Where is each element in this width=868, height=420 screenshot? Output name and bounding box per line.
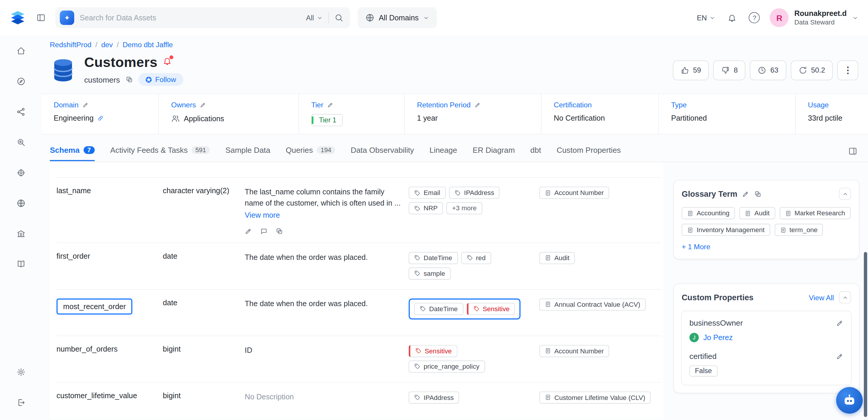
copy-icon[interactable] — [754, 190, 762, 197]
chat-assistant-button[interactable] — [836, 387, 863, 414]
column-name[interactable]: customer_lifetime_value — [57, 391, 163, 400]
follow-button[interactable]: ✪ Follow — [138, 73, 183, 86]
edit-icon[interactable] — [742, 190, 749, 197]
tab-custom-properties[interactable]: Custom Properties — [557, 146, 621, 161]
language-dropdown[interactable]: EN — [697, 13, 716, 22]
sidebar-toggle-icon[interactable] — [34, 11, 48, 25]
highlight-box: most_recent_order — [57, 298, 133, 314]
all-domains-dropdown[interactable]: All Domains — [358, 7, 437, 28]
tab-lineage[interactable]: Lineage — [429, 146, 457, 161]
copy-icon — [276, 228, 283, 235]
tag-pill[interactable]: price_range_policy — [409, 360, 485, 372]
collapse-side-panel-button[interactable] — [846, 145, 860, 162]
column-name[interactable]: number_of_orders — [57, 345, 163, 353]
tab-data-observability[interactable]: Data Observability — [351, 146, 414, 161]
glossary-term-pill[interactable]: Audit — [739, 207, 775, 219]
tab-sample-data[interactable]: Sample Data — [225, 146, 270, 161]
sensitive-tag-pill[interactable]: Sensitive — [409, 345, 458, 357]
nav-domains[interactable] — [13, 196, 29, 211]
search-input[interactable] — [80, 13, 300, 22]
nav-home[interactable] — [13, 43, 29, 59]
edit-icon[interactable] — [327, 102, 333, 108]
nav-incident-manager[interactable] — [13, 165, 29, 181]
breadcrumb-item-database[interactable]: dev — [101, 40, 113, 49]
column-name[interactable]: most_recent_order — [57, 298, 163, 314]
more-glossary-terms-link[interactable]: + 1 More — [674, 240, 859, 259]
page-scrollbar[interactable] — [864, 252, 867, 417]
nav-explore[interactable] — [13, 74, 29, 89]
tab-er-diagram[interactable]: ER Diagram — [472, 146, 515, 161]
table-row: number_of_orders bigint ID Sensitive pri… — [57, 336, 661, 383]
glossary-term-pill[interactable]: Account Number — [539, 345, 609, 357]
property-value-link[interactable]: Jo Perez — [703, 333, 733, 341]
nav-observability[interactable] — [13, 134, 29, 150]
notifications-button[interactable] — [725, 11, 739, 25]
search-scope-label: All — [306, 13, 314, 22]
copy-button[interactable] — [276, 228, 283, 235]
column-name[interactable]: last_name — [57, 187, 163, 195]
alert-bell-button[interactable] — [163, 56, 172, 65]
nav-platform-lineage[interactable] — [13, 104, 29, 120]
edit-description-button[interactable] — [245, 228, 252, 235]
column-type: bigint — [163, 391, 245, 400]
upvote-button[interactable]: 59 — [673, 60, 709, 80]
logout-icon — [16, 398, 25, 407]
column-type: bigint — [163, 345, 245, 353]
entity-name: customers — [84, 75, 120, 84]
glossary-term-pill[interactable]: Inventory Management — [682, 224, 770, 236]
downvote-button[interactable]: 8 — [713, 60, 745, 80]
glossary-term-pill[interactable]: Account Number — [539, 187, 609, 199]
tag-icon — [414, 363, 420, 369]
search-icon[interactable] — [335, 13, 343, 22]
edit-icon[interactable] — [200, 102, 206, 108]
edit-icon[interactable] — [474, 102, 481, 108]
link-icon[interactable] — [98, 115, 104, 121]
global-search[interactable]: ✦ All — [56, 7, 350, 28]
tag-pill[interactable]: red — [461, 252, 491, 264]
breadcrumb-item-service[interactable]: RedshiftProd — [50, 40, 91, 49]
tag-pill[interactable]: IPAddress — [449, 187, 500, 199]
usage-button[interactable]: 50.2 — [790, 60, 833, 80]
comment-button[interactable] — [260, 228, 267, 235]
collapse-custom-properties-button[interactable] — [839, 291, 851, 303]
edit-icon[interactable] — [836, 353, 843, 360]
user-menu[interactable]: R Rounakpreet.d Data Steward — [770, 8, 858, 27]
glossary-icon — [687, 210, 693, 216]
view-more-link[interactable]: View more — [245, 210, 280, 221]
tag-pill[interactable]: IPAddress — [409, 391, 460, 403]
tab-schema[interactable]: Schema7 — [50, 146, 95, 161]
tag-pill[interactable]: sample — [409, 267, 451, 279]
edit-icon[interactable] — [82, 102, 89, 108]
help-button[interactable]: ? — [749, 12, 760, 23]
glossary-term-pill[interactable]: term_one — [775, 224, 823, 236]
tag-pill[interactable]: Email — [409, 187, 446, 199]
glossary-term-pill[interactable]: Market Research — [779, 207, 850, 219]
tag-pill[interactable]: DateTime — [414, 303, 463, 315]
app-logo[interactable] — [9, 9, 27, 27]
tab-queries[interactable]: Queries194 — [286, 146, 335, 161]
nav-govern[interactable] — [13, 226, 29, 242]
glossary-term-pill[interactable]: Annual Contract Value (ACV) — [539, 298, 646, 310]
column-name[interactable]: first_order — [57, 252, 163, 260]
sensitive-tag-pill[interactable]: Sensitive — [467, 303, 515, 315]
more-actions-button[interactable]: ⋮ — [837, 60, 858, 80]
tab-dbt[interactable]: dbt — [530, 146, 541, 161]
glossary-term-pill[interactable]: Audit — [539, 252, 575, 264]
glossary-term-pill[interactable]: Accounting — [682, 207, 735, 219]
more-tags-pill[interactable]: +3 more — [446, 202, 482, 214]
tier-tag[interactable]: Tier 1 — [311, 114, 342, 126]
tag-pill[interactable]: NRP — [409, 202, 443, 214]
nav-knowledge[interactable] — [13, 256, 29, 272]
views-button[interactable]: 63 — [750, 60, 786, 80]
nav-logout[interactable] — [13, 395, 29, 411]
edit-icon[interactable] — [836, 319, 843, 326]
tab-activity-feeds[interactable]: Activity Feeds & Tasks591 — [110, 146, 210, 161]
tag-pill[interactable]: DateTime — [409, 252, 458, 264]
glossary-term-pill[interactable]: Customer Lifetime Value (CLV) — [539, 391, 651, 403]
nav-settings[interactable] — [13, 364, 29, 380]
collapse-glossary-button[interactable] — [839, 187, 851, 200]
view-all-link[interactable]: View All — [809, 293, 834, 301]
breadcrumb-item-schema[interactable]: Demo dbt Jaffle — [123, 40, 173, 49]
search-scope-dropdown[interactable]: All — [306, 13, 323, 22]
copy-icon[interactable] — [125, 76, 132, 83]
